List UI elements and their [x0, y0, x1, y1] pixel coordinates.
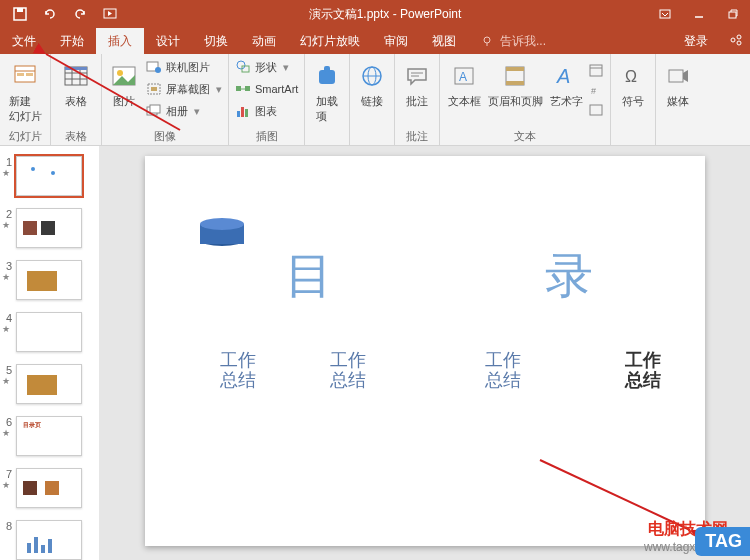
tab-insert[interactable]: 插入 [96, 28, 144, 54]
screenshot-button[interactable]: 屏幕截图▾ [144, 78, 224, 100]
date-icon [588, 62, 604, 78]
date-button[interactable] [588, 62, 606, 82]
pictures-label: 图片 [113, 94, 135, 109]
thumbnail-5[interactable]: 5★ [0, 360, 99, 412]
online-pictures-button[interactable]: 联机图片 [144, 56, 224, 78]
svg-point-29 [237, 61, 245, 69]
svg-text:Ω: Ω [625, 68, 637, 85]
workspace: 1★ 2★ 3★ 4★ 5★ 6★ 目录页 7★ 8 [0, 146, 750, 560]
symbol-button[interactable]: Ω 符号 [615, 56, 651, 109]
svg-rect-50 [590, 65, 602, 76]
ribbon-options-button[interactable] [648, 0, 682, 28]
svg-rect-37 [319, 70, 335, 84]
textbox-button[interactable]: A 文本框 [444, 56, 484, 109]
text-block-1[interactable]: 工作 总结 [220, 351, 256, 391]
ribbon-group-media: 媒体 [656, 54, 700, 145]
svg-rect-5 [729, 12, 736, 18]
tab-animations[interactable]: 动画 [240, 28, 288, 54]
tab-file[interactable]: 文件 [0, 28, 48, 54]
tab-home[interactable]: 开始 [48, 28, 96, 54]
addins-label: 加载 项 [316, 94, 338, 124]
album-button[interactable]: 相册▾ [144, 100, 224, 122]
thumbnail-4[interactable]: 4★ [0, 308, 99, 360]
smartart-label: SmartArt [255, 83, 298, 95]
media-label: 媒体 [667, 94, 689, 109]
new-slide-label: 新建 幻灯片 [9, 94, 42, 124]
svg-rect-31 [236, 86, 241, 91]
svg-rect-35 [241, 107, 244, 117]
svg-text:A: A [459, 70, 467, 84]
group-label-text: 文本 [444, 129, 606, 145]
wordart-label: 艺术字 [550, 94, 583, 109]
table-icon [62, 62, 90, 90]
group-label-illustrations: 插图 [233, 129, 300, 145]
symbol-label: 符号 [622, 94, 644, 109]
chart-button[interactable]: 图表 [233, 100, 300, 122]
slide-editor-area[interactable]: 目 录 工作 总结 工作 总结 工作 总结 工作 总结 [100, 146, 750, 560]
smartart-button[interactable]: SmartArt [233, 78, 300, 100]
ribbon-group-images: 图片 联机图片 屏幕截图▾ 相册▾ 图像 [102, 54, 229, 145]
ribbon-group-addins: 加载 项 [305, 54, 350, 145]
redo-button[interactable] [68, 3, 92, 25]
text-block-3[interactable]: 工作 总结 [485, 351, 521, 391]
thumbnail-number: 3 [2, 260, 12, 272]
thumbnail-number: 4 [2, 312, 12, 324]
thumbnail-number: 6 [2, 416, 12, 428]
slide-canvas[interactable]: 目 录 工作 总结 工作 总结 工作 总结 工作 总结 [145, 156, 705, 546]
svg-rect-36 [245, 109, 248, 117]
restore-icon [727, 8, 739, 20]
cylinder-shape[interactable] [200, 218, 244, 246]
restore-button[interactable] [716, 0, 750, 28]
thumbnail-preview [16, 364, 82, 404]
shapes-label: 形状 [255, 60, 277, 75]
thumbnail-preview [16, 260, 82, 300]
text-block-4[interactable]: 工作 总结 [625, 351, 661, 391]
share-button[interactable] [722, 33, 750, 50]
tab-design[interactable]: 设计 [144, 28, 192, 54]
char-lu[interactable]: 录 [545, 244, 593, 308]
login-button[interactable]: 登录 [684, 33, 722, 50]
wordart-button[interactable]: A 艺术字 [546, 56, 586, 109]
lightbulb-icon [480, 34, 494, 48]
comment-button[interactable]: 批注 [399, 56, 435, 109]
slideshow-button[interactable] [98, 3, 122, 25]
pictures-button[interactable]: 图片 [106, 56, 142, 109]
textbox-label: 文本框 [448, 94, 481, 109]
svg-rect-13 [17, 73, 24, 76]
link-button[interactable]: 链接 [354, 56, 390, 109]
table-button[interactable]: 表格 [55, 56, 97, 109]
headerfooter-button[interactable]: 页眉和页脚 [486, 56, 544, 109]
album-label: 相册 [166, 104, 188, 119]
minimize-button[interactable] [682, 0, 716, 28]
new-slide-icon [11, 62, 39, 90]
save-icon [12, 6, 28, 22]
thumbnail-number: 5 [2, 364, 12, 376]
char-mu[interactable]: 目 [285, 244, 333, 308]
new-slide-button[interactable]: 新建 幻灯片 [4, 56, 46, 124]
tab-review[interactable]: 审阅 [372, 28, 420, 54]
tab-view[interactable]: 视图 [420, 28, 468, 54]
object-button[interactable] [588, 102, 606, 122]
slidenumber-button[interactable]: # [588, 82, 606, 102]
menubar: 文件 开始 插入 设计 切换 动画 幻灯片放映 审阅 视图 告诉我... 登录 [0, 28, 750, 54]
tell-me-box[interactable]: 告诉我... [468, 33, 684, 50]
tab-transitions[interactable]: 切换 [192, 28, 240, 54]
save-button[interactable] [8, 3, 32, 25]
svg-rect-55 [669, 70, 683, 82]
group-label-media [660, 129, 696, 145]
addins-button[interactable]: 加载 项 [309, 56, 345, 124]
thumbnail-2[interactable]: 2★ [0, 204, 99, 256]
thumbnail-6[interactable]: 6★ 目录页 [0, 412, 99, 464]
tab-slideshow[interactable]: 幻灯片放映 [288, 28, 372, 54]
thumbnail-1[interactable]: 1★ [0, 152, 99, 204]
group-label-slides: 幻灯片 [4, 129, 46, 145]
thumbnail-3[interactable]: 3★ [0, 256, 99, 308]
svg-rect-34 [237, 111, 240, 117]
media-button[interactable]: 媒体 [660, 56, 696, 109]
text-block-2[interactable]: 工作 总结 [330, 351, 366, 391]
shapes-button[interactable]: 形状▾ [233, 56, 300, 78]
undo-button[interactable] [38, 3, 62, 25]
link-icon [360, 64, 384, 88]
thumbnail-7[interactable]: 7★ [0, 464, 99, 516]
thumbnail-8[interactable]: 8 [0, 516, 99, 560]
